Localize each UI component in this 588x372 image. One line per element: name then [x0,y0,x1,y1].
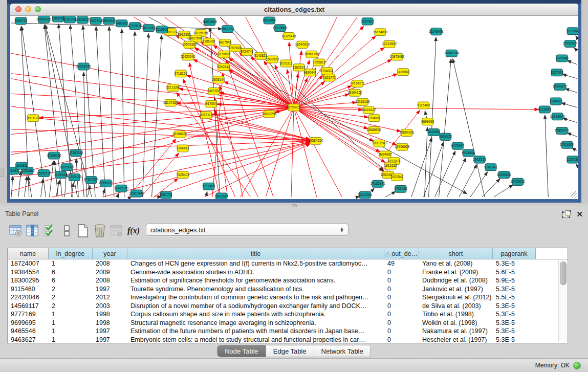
graph-edge[interactable] [425,127,428,197]
graph-node[interactable]: 3175685 [217,51,231,58]
graph-node[interactable]: 7857224 [221,26,234,33]
graph-node[interactable]: 8267110 [200,112,213,119]
graph-edge[interactable] [41,179,43,197]
graph-edge[interactable] [563,118,577,123]
graph-node[interactable]: 16033809 [203,18,217,26]
graph-edge-selected[interactable] [294,102,356,107]
graph-node[interactable]: 9115460 [417,102,430,109]
graph-node[interactable]: 10973493 [390,53,405,60]
graph-node[interactable]: 1163054 [52,16,64,22]
graph-node[interactable]: 19756928 [395,143,409,150]
new-file-icon[interactable] [75,223,91,239]
graph-edge[interactable] [576,164,577,166]
stacked-squares-icon[interactable] [59,223,75,239]
graph-node[interactable]: 18907249 [372,140,387,147]
tab-node-table[interactable]: Node Table [217,345,266,357]
column-header-out_de[interactable]: △out_de… [384,248,419,259]
network-svg[interactable]: 8601123891295518226058982750810543382818… [10,16,578,199]
graph-node[interactable]: 9129946 [556,55,569,62]
graph-node[interactable]: 18640910 [295,41,310,48]
graph-node[interactable]: 15892971 [555,127,570,135]
graph-node[interactable]: 7625402 [177,171,190,179]
graph-node[interactable]: 12213967 [382,40,397,48]
table-gear-icon[interactable] [8,223,24,239]
graph-node[interactable]: 1850811 [15,162,28,169]
graph-node[interactable]: 1621072 [323,74,336,81]
graph-node[interactable]: 12923448 [129,190,144,197]
graph-node[interactable]: 14136141 [371,180,385,187]
float-panel-icon[interactable] [562,210,571,218]
graph-edge[interactable] [18,171,21,197]
graph-edge[interactable] [96,27,105,197]
graph-node[interactable]: 15751074 [563,40,578,47]
graph-node[interactable]: 8454743 [241,48,254,55]
graph-node[interactable]: 19166827 [172,130,187,138]
graph-edge[interactable] [572,148,578,151]
graph-node[interactable]: 10688609 [366,127,381,134]
tab-network-table[interactable]: Network Table [314,345,371,357]
graph-node[interactable]: 8220317 [280,60,293,67]
graph-node[interactable]: 8813054 [263,17,276,24]
graph-edge[interactable] [567,60,577,64]
graph-edge-selected[interactable] [11,79,310,140]
graph-node[interactable]: 20691406 [36,16,51,23]
graph-node[interactable]: 9901128 [27,115,39,122]
graph-node[interactable]: 1733426 [394,185,407,192]
graph-node[interactable]: 7515951 [156,26,169,33]
graph-edge[interactable] [561,103,577,107]
graph-node[interactable]: 19384554 [308,137,323,144]
table-scrollbar[interactable] [558,260,567,341]
graph-node[interactable]: 2718120 [175,70,188,77]
graph-edge-selected[interactable] [11,141,310,152]
graph-node[interactable]: 8938923 [439,133,452,140]
checkmarks-icon[interactable] [42,223,58,239]
tab-edge-table[interactable]: Edge Table [266,345,314,357]
graph-node[interactable]: 16412301 [358,191,373,199]
column-header-year[interactable]: year [93,248,127,259]
graph-edge[interactable] [11,176,13,197]
window-titlebar[interactable]: citations_edges.txt [10,4,578,16]
graph-node[interactable]: 1527602 [90,17,103,25]
graph-node[interactable]: 2367608 [229,45,242,52]
graph-node[interactable]: 9227343 [551,69,564,76]
graph-node[interactable]: 10958167 [99,180,114,187]
graph-node[interactable]: 16782759 [114,185,128,192]
graph-node[interactable]: 9355724 [14,17,28,25]
column-header-title[interactable]: title [127,248,384,259]
graph-edge[interactable] [453,59,485,197]
close-panel-icon[interactable]: ✕ [576,210,583,218]
graph-node[interactable]: 10164271 [350,80,365,87]
graph-edge[interactable] [103,189,105,197]
graph-node[interactable]: 8186328 [202,38,215,46]
window-resize-grip[interactable] [571,191,577,198]
graph-node[interactable]: 9718485 [202,183,215,190]
graph-edge-selected[interactable] [294,107,538,110]
graph-edge[interactable] [459,164,477,197]
table-row[interactable]: 977716911998Corpus callosum shape and si… [8,310,568,319]
graph-node[interactable]: 1640954 [427,129,441,136]
minimize-window-icon[interactable] [25,6,31,12]
graph-node[interactable]: 6479197 [451,142,465,149]
table-row[interactable]: 911546021997Tourette syndrome. Phenomeno… [8,285,568,294]
graph-node[interactable]: 18107554 [163,99,178,106]
graph-node[interactable]: 10952661 [496,171,511,179]
graph-node[interactable]: 16961758 [304,51,319,58]
sidebar-collapsed-tab[interactable] [0,168,4,177]
graph-edge-selected[interactable] [11,53,294,107]
graph-node[interactable]: 4671358 [142,25,156,32]
graph-edge-selected[interactable] [289,42,294,107]
graph-node[interactable]: 7955812 [313,59,326,66]
graph-edge[interactable] [574,48,577,51]
graph-edge-selected[interactable] [220,85,243,197]
graph-node[interactable]: 17016504 [560,141,575,148]
graph-edge[interactable] [122,29,124,197]
graph-node[interactable]: 9857791 [160,191,173,199]
graph-node[interactable]: 9890444 [303,69,317,76]
graph-node[interactable]: 1588520 [266,56,279,63]
graph-edge[interactable] [565,89,578,93]
table-row[interactable]: 969969511998Structural magnetic resonanc… [8,319,568,327]
graph-node[interactable]: 10653267 [75,16,90,24]
table-selector-dropdown[interactable]: citations_edges.txt ▲▼ [146,224,349,236]
column-header-name[interactable]: name [8,248,49,259]
graph-edge[interactable] [117,193,119,197]
